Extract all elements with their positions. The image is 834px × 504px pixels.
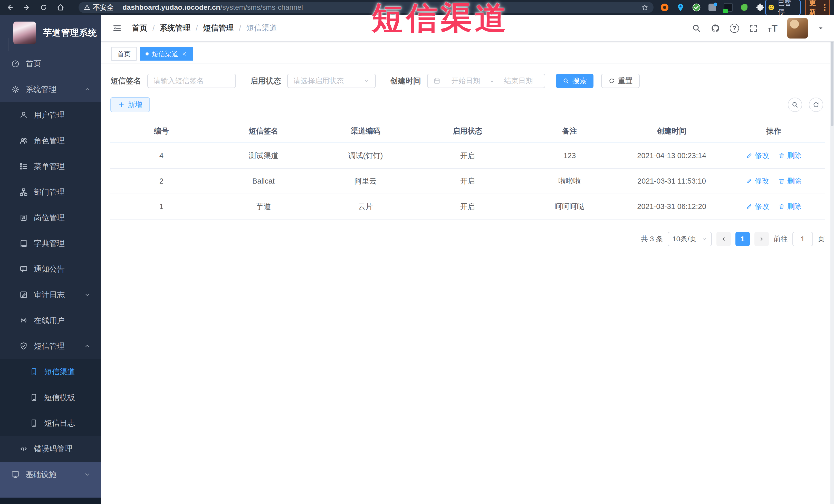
sidebar-item[interactable]: 首页 <box>0 51 101 76</box>
search-button[interactable]: 搜索 <box>556 74 593 88</box>
reload-icon[interactable] <box>38 2 49 13</box>
back-icon[interactable] <box>4 2 16 13</box>
cell-created: 2021-03-31 06:12:20 <box>621 202 723 211</box>
sidebar-item[interactable]: 短信管理 <box>0 333 101 359</box>
app-logo-row[interactable]: 芋道管理系统 <box>0 15 101 51</box>
status-select[interactable]: 请选择启用状态 <box>287 74 376 88</box>
sign-input[interactable] <box>147 74 236 88</box>
sidebar-item[interactable]: 菜单管理 <box>0 154 101 179</box>
prev-page-button[interactable] <box>717 232 731 246</box>
search-icon <box>563 78 569 84</box>
fullscreen-icon[interactable] <box>749 24 758 33</box>
delete-link[interactable]: 删除 <box>778 151 802 160</box>
extension-sliders-icon[interactable] <box>707 3 717 12</box>
cell-remark: 123 <box>519 152 621 160</box>
announcement-icon <box>19 264 28 274</box>
toggle-search-button[interactable] <box>788 97 802 112</box>
status-label: 启用状态 <box>250 76 281 86</box>
page-unit-label: 页 <box>817 234 825 244</box>
security-badge[interactable]: 不安全 <box>84 3 114 12</box>
sidebar-item[interactable]: 字典管理 <box>0 231 101 256</box>
sidebar-item-label: 在线用户 <box>34 315 65 326</box>
edit-link[interactable]: 修改 <box>746 151 769 160</box>
table-row: 1芋道云片开启呵呵呵哒2021-03-31 06:12:20修改删除 <box>110 194 825 220</box>
font-size-icon[interactable]: TT <box>768 23 777 33</box>
extension-orange-icon[interactable] <box>660 3 670 12</box>
delete-link[interactable]: 删除 <box>778 176 802 186</box>
avatar[interactable] <box>787 18 808 39</box>
navbar-actions: ? TT <box>692 18 824 39</box>
phone-icon <box>29 418 39 428</box>
reset-button[interactable]: 重置 <box>601 74 640 88</box>
page-scrollbar[interactable] <box>830 15 834 504</box>
cell-actions: 修改删除 <box>723 201 825 212</box>
delete-link[interactable]: 删除 <box>778 201 802 211</box>
breadcrumb-item[interactable]: 系统管理 <box>160 23 191 34</box>
sidebar-item[interactable]: 通知公告 <box>0 256 101 282</box>
sidebar-item[interactable]: 短信渠道 <box>0 359 101 385</box>
tab-label: 首页 <box>117 49 131 59</box>
extensions-puzzle-icon[interactable] <box>755 3 765 12</box>
column-header: 编号 <box>110 126 213 136</box>
extension-pin-icon[interactable] <box>676 3 685 12</box>
breadcrumb-separator: / <box>239 24 241 32</box>
help-icon[interactable]: ? <box>730 24 739 33</box>
goto-page-input[interactable] <box>792 232 813 246</box>
chevron-down-icon[interactable] <box>817 25 824 31</box>
chevron-down-icon <box>84 471 91 478</box>
extension-sprout-icon[interactable] <box>739 3 749 12</box>
sidebar-item[interactable]: 用户管理 <box>0 102 101 128</box>
sidebar-light-fill <box>0 487 101 498</box>
next-page-button[interactable] <box>754 232 769 246</box>
sidebar-collapse-icon[interactable] <box>111 23 123 34</box>
search-icon[interactable] <box>692 24 701 33</box>
close-icon[interactable] <box>181 51 187 57</box>
sidebar-item[interactable]: 短信日志 <box>0 410 101 436</box>
address-bar[interactable]: 不安全 dashboard.yudao.iocoder.cn/system/sm… <box>79 2 654 13</box>
sidebar-item[interactable]: 短信模板 <box>0 385 101 410</box>
column-header: 短信签名 <box>213 126 315 136</box>
sidebar-item[interactable]: 在线用户 <box>0 308 101 333</box>
add-button[interactable]: 新增 <box>110 97 150 112</box>
sidebar-item-label: 字典管理 <box>34 238 65 249</box>
page-size-select[interactable]: 10条/页 <box>668 232 712 246</box>
edit-link[interactable]: 修改 <box>746 201 769 211</box>
date-range-picker[interactable]: 开始日期 - 结束日期 <box>427 74 545 88</box>
refresh-icon <box>608 78 615 84</box>
home-icon[interactable] <box>55 2 66 13</box>
kebab-menu-icon[interactable] <box>824 4 826 11</box>
column-header: 启用状态 <box>417 126 519 136</box>
extension-check-icon[interactable] <box>692 3 701 12</box>
github-icon[interactable] <box>711 24 720 33</box>
phone-icon <box>29 393 39 402</box>
cell-created: 2021-04-13 00:23:14 <box>621 152 723 160</box>
column-header: 创建时间 <box>621 126 723 136</box>
sidebar-menu: 首页系统管理用户管理角色管理菜单管理部门管理岗位管理字典管理通知公告审计日志在线… <box>0 51 101 487</box>
cell-code: 阿里云 <box>314 176 417 187</box>
sidebar-item[interactable]: 审计日志 <box>0 282 101 308</box>
refresh-table-button[interactable] <box>809 97 823 112</box>
tab-首页[interactable]: 首页 <box>111 47 136 61</box>
forward-icon[interactable] <box>21 2 32 13</box>
chevron-down-icon <box>364 78 370 84</box>
tab-短信渠道[interactable]: 短信渠道 <box>140 47 193 61</box>
org-tree-icon <box>19 188 28 197</box>
pagination: 共 3 条 10条/页 1 前往 页 <box>110 232 825 246</box>
sidebar-item[interactable]: 角色管理 <box>0 128 101 154</box>
watermark-title: 短信渠道 <box>372 0 509 40</box>
breadcrumb-item[interactable]: 首页 <box>132 23 147 34</box>
sidebar-item[interactable]: 系统管理 <box>0 76 101 102</box>
breadcrumb-item[interactable]: 短信管理 <box>203 23 234 34</box>
sidebar-item[interactable]: 部门管理 <box>0 179 101 205</box>
extension-list-icon[interactable] <box>723 3 733 12</box>
edit-link[interactable]: 修改 <box>746 176 769 186</box>
page-number-button[interactable]: 1 <box>736 232 750 246</box>
chevron-left-icon <box>721 236 727 242</box>
bookmark-star-icon[interactable] <box>641 4 649 11</box>
extensions-row <box>660 3 765 12</box>
sidebar-item[interactable]: 基础设施 <box>0 462 101 487</box>
sidebar-item[interactable]: 错误码管理 <box>0 436 101 462</box>
sidebar-item[interactable]: 岗位管理 <box>0 205 101 231</box>
sidebar: 芋道管理系统 首页系统管理用户管理角色管理菜单管理部门管理岗位管理字典管理通知公… <box>0 15 101 504</box>
sidebar-item-label: 角色管理 <box>34 136 65 146</box>
